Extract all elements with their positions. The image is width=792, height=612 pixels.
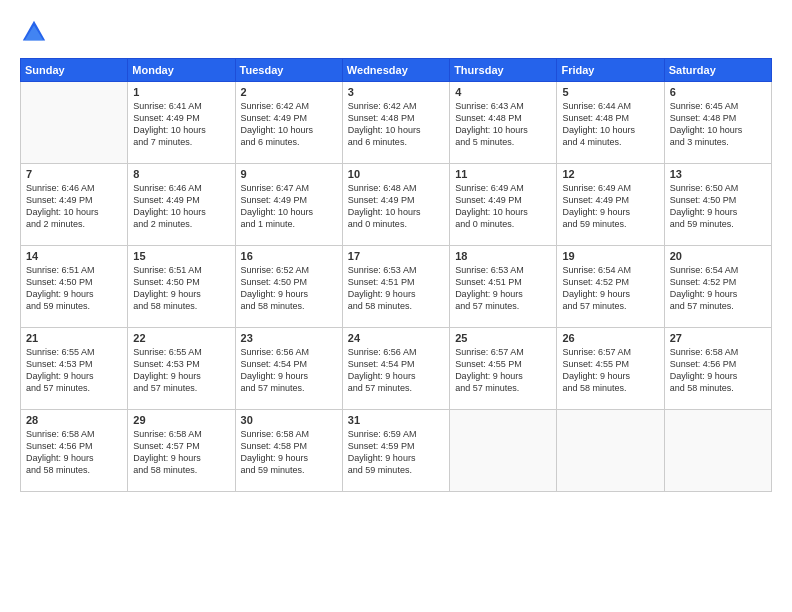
calendar-cell: 1Sunrise: 6:41 AMSunset: 4:49 PMDaylight…: [128, 82, 235, 164]
day-number: 8: [133, 168, 229, 180]
page: SundayMondayTuesdayWednesdayThursdayFrid…: [0, 0, 792, 612]
day-info: Sunrise: 6:55 AMSunset: 4:53 PMDaylight:…: [26, 346, 122, 395]
day-number: 22: [133, 332, 229, 344]
day-number: 9: [241, 168, 337, 180]
calendar-cell: 26Sunrise: 6:57 AMSunset: 4:55 PMDayligh…: [557, 328, 664, 410]
calendar-cell: [557, 410, 664, 492]
day-number: 6: [670, 86, 766, 98]
calendar-cell: 2Sunrise: 6:42 AMSunset: 4:49 PMDaylight…: [235, 82, 342, 164]
day-info: Sunrise: 6:49 AMSunset: 4:49 PMDaylight:…: [562, 182, 658, 231]
calendar-cell: 25Sunrise: 6:57 AMSunset: 4:55 PMDayligh…: [450, 328, 557, 410]
day-info: Sunrise: 6:44 AMSunset: 4:48 PMDaylight:…: [562, 100, 658, 149]
day-info: Sunrise: 6:43 AMSunset: 4:48 PMDaylight:…: [455, 100, 551, 149]
calendar-cell: 17Sunrise: 6:53 AMSunset: 4:51 PMDayligh…: [342, 246, 449, 328]
calendar-cell: [664, 410, 771, 492]
week-row-4: 21Sunrise: 6:55 AMSunset: 4:53 PMDayligh…: [21, 328, 772, 410]
calendar-cell: 6Sunrise: 6:45 AMSunset: 4:48 PMDaylight…: [664, 82, 771, 164]
weekday-saturday: Saturday: [664, 59, 771, 82]
calendar-cell: 4Sunrise: 6:43 AMSunset: 4:48 PMDaylight…: [450, 82, 557, 164]
day-number: 10: [348, 168, 444, 180]
week-row-2: 7Sunrise: 6:46 AMSunset: 4:49 PMDaylight…: [21, 164, 772, 246]
logo: [20, 18, 52, 46]
calendar-cell: 31Sunrise: 6:59 AMSunset: 4:59 PMDayligh…: [342, 410, 449, 492]
day-number: 18: [455, 250, 551, 262]
day-info: Sunrise: 6:50 AMSunset: 4:50 PMDaylight:…: [670, 182, 766, 231]
day-number: 16: [241, 250, 337, 262]
day-number: 1: [133, 86, 229, 98]
day-info: Sunrise: 6:59 AMSunset: 4:59 PMDaylight:…: [348, 428, 444, 477]
day-info: Sunrise: 6:46 AMSunset: 4:49 PMDaylight:…: [26, 182, 122, 231]
week-row-5: 28Sunrise: 6:58 AMSunset: 4:56 PMDayligh…: [21, 410, 772, 492]
day-info: Sunrise: 6:58 AMSunset: 4:56 PMDaylight:…: [670, 346, 766, 395]
week-row-3: 14Sunrise: 6:51 AMSunset: 4:50 PMDayligh…: [21, 246, 772, 328]
day-info: Sunrise: 6:57 AMSunset: 4:55 PMDaylight:…: [562, 346, 658, 395]
calendar-cell: 14Sunrise: 6:51 AMSunset: 4:50 PMDayligh…: [21, 246, 128, 328]
weekday-friday: Friday: [557, 59, 664, 82]
calendar-cell: 24Sunrise: 6:56 AMSunset: 4:54 PMDayligh…: [342, 328, 449, 410]
day-info: Sunrise: 6:45 AMSunset: 4:48 PMDaylight:…: [670, 100, 766, 149]
day-info: Sunrise: 6:56 AMSunset: 4:54 PMDaylight:…: [348, 346, 444, 395]
calendar-table: SundayMondayTuesdayWednesdayThursdayFrid…: [20, 58, 772, 492]
calendar-cell: [450, 410, 557, 492]
calendar-cell: 3Sunrise: 6:42 AMSunset: 4:48 PMDaylight…: [342, 82, 449, 164]
calendar-cell: 12Sunrise: 6:49 AMSunset: 4:49 PMDayligh…: [557, 164, 664, 246]
calendar-cell: 11Sunrise: 6:49 AMSunset: 4:49 PMDayligh…: [450, 164, 557, 246]
day-info: Sunrise: 6:51 AMSunset: 4:50 PMDaylight:…: [26, 264, 122, 313]
day-info: Sunrise: 6:58 AMSunset: 4:57 PMDaylight:…: [133, 428, 229, 477]
day-number: 11: [455, 168, 551, 180]
day-info: Sunrise: 6:55 AMSunset: 4:53 PMDaylight:…: [133, 346, 229, 395]
weekday-header-row: SundayMondayTuesdayWednesdayThursdayFrid…: [21, 59, 772, 82]
day-number: 31: [348, 414, 444, 426]
logo-icon: [20, 18, 48, 46]
day-info: Sunrise: 6:47 AMSunset: 4:49 PMDaylight:…: [241, 182, 337, 231]
calendar-cell: 28Sunrise: 6:58 AMSunset: 4:56 PMDayligh…: [21, 410, 128, 492]
calendar-cell: 21Sunrise: 6:55 AMSunset: 4:53 PMDayligh…: [21, 328, 128, 410]
day-info: Sunrise: 6:57 AMSunset: 4:55 PMDaylight:…: [455, 346, 551, 395]
calendar-cell: 22Sunrise: 6:55 AMSunset: 4:53 PMDayligh…: [128, 328, 235, 410]
day-info: Sunrise: 6:54 AMSunset: 4:52 PMDaylight:…: [562, 264, 658, 313]
day-info: Sunrise: 6:46 AMSunset: 4:49 PMDaylight:…: [133, 182, 229, 231]
day-number: 4: [455, 86, 551, 98]
day-number: 26: [562, 332, 658, 344]
day-info: Sunrise: 6:51 AMSunset: 4:50 PMDaylight:…: [133, 264, 229, 313]
calendar-cell: 10Sunrise: 6:48 AMSunset: 4:49 PMDayligh…: [342, 164, 449, 246]
calendar-cell: 8Sunrise: 6:46 AMSunset: 4:49 PMDaylight…: [128, 164, 235, 246]
header: [20, 18, 772, 46]
day-info: Sunrise: 6:54 AMSunset: 4:52 PMDaylight:…: [670, 264, 766, 313]
day-number: 3: [348, 86, 444, 98]
day-info: Sunrise: 6:41 AMSunset: 4:49 PMDaylight:…: [133, 100, 229, 149]
day-number: 23: [241, 332, 337, 344]
day-info: Sunrise: 6:58 AMSunset: 4:56 PMDaylight:…: [26, 428, 122, 477]
weekday-thursday: Thursday: [450, 59, 557, 82]
calendar-cell: [21, 82, 128, 164]
day-number: 12: [562, 168, 658, 180]
day-info: Sunrise: 6:48 AMSunset: 4:49 PMDaylight:…: [348, 182, 444, 231]
calendar-cell: 5Sunrise: 6:44 AMSunset: 4:48 PMDaylight…: [557, 82, 664, 164]
calendar-cell: 7Sunrise: 6:46 AMSunset: 4:49 PMDaylight…: [21, 164, 128, 246]
day-number: 29: [133, 414, 229, 426]
weekday-monday: Monday: [128, 59, 235, 82]
weekday-tuesday: Tuesday: [235, 59, 342, 82]
week-row-1: 1Sunrise: 6:41 AMSunset: 4:49 PMDaylight…: [21, 82, 772, 164]
calendar-cell: 29Sunrise: 6:58 AMSunset: 4:57 PMDayligh…: [128, 410, 235, 492]
calendar-cell: 20Sunrise: 6:54 AMSunset: 4:52 PMDayligh…: [664, 246, 771, 328]
day-info: Sunrise: 6:58 AMSunset: 4:58 PMDaylight:…: [241, 428, 337, 477]
calendar-cell: 9Sunrise: 6:47 AMSunset: 4:49 PMDaylight…: [235, 164, 342, 246]
day-number: 21: [26, 332, 122, 344]
day-number: 19: [562, 250, 658, 262]
day-number: 25: [455, 332, 551, 344]
day-info: Sunrise: 6:56 AMSunset: 4:54 PMDaylight:…: [241, 346, 337, 395]
calendar-cell: 18Sunrise: 6:53 AMSunset: 4:51 PMDayligh…: [450, 246, 557, 328]
day-number: 27: [670, 332, 766, 344]
calendar-cell: 23Sunrise: 6:56 AMSunset: 4:54 PMDayligh…: [235, 328, 342, 410]
day-number: 7: [26, 168, 122, 180]
calendar-cell: 27Sunrise: 6:58 AMSunset: 4:56 PMDayligh…: [664, 328, 771, 410]
day-number: 17: [348, 250, 444, 262]
day-info: Sunrise: 6:53 AMSunset: 4:51 PMDaylight:…: [455, 264, 551, 313]
day-number: 2: [241, 86, 337, 98]
weekday-sunday: Sunday: [21, 59, 128, 82]
day-info: Sunrise: 6:52 AMSunset: 4:50 PMDaylight:…: [241, 264, 337, 313]
day-number: 28: [26, 414, 122, 426]
calendar-cell: 15Sunrise: 6:51 AMSunset: 4:50 PMDayligh…: [128, 246, 235, 328]
calendar-cell: 30Sunrise: 6:58 AMSunset: 4:58 PMDayligh…: [235, 410, 342, 492]
